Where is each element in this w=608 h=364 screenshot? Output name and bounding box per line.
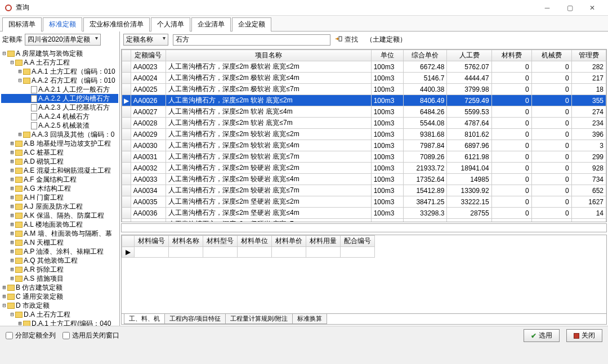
top-tab[interactable]: 企业定额 bbox=[232, 17, 271, 32]
tree-toggle-icon[interactable]: ⊞ bbox=[9, 238, 15, 247]
tree-toggle-icon[interactable]: ⊞ bbox=[9, 220, 15, 229]
table-row[interactable]: AA0036人工凿沟槽石方，深度≤2m 坚硬岩 底宽≤4m100m333298.… bbox=[122, 208, 606, 219]
tree-node[interactable]: ⊞A.M 墙、柱面装饰与隔断、幕 bbox=[1, 229, 118, 238]
top-tab[interactable]: 宏业标准组价清单 bbox=[83, 17, 150, 32]
tree[interactable]: ⊟A 房屋建筑与装饰定额⊟A.A 土石方工程⊞A.A.1 土方工程（编码：010… bbox=[0, 48, 119, 326]
bottom-tab[interactable]: 工程内容/项目特征 bbox=[164, 314, 226, 324]
grid-header[interactable]: 定额编号 bbox=[131, 50, 166, 61]
table-row[interactable]: AA0029人工凿沟槽石方，深度≤2m 较软岩 底宽≤2m100m39381.6… bbox=[122, 129, 606, 140]
tree-node[interactable]: ⊞A.R 拆除工程 bbox=[1, 265, 118, 274]
table-row[interactable]: AA0035人工凿沟槽石方，深度≤2m 坚硬岩 底宽≤2m100m338471.… bbox=[122, 196, 606, 208]
top-tab[interactable]: 个人清单 bbox=[151, 17, 190, 32]
tree-toggle-icon[interactable]: ⊞ bbox=[17, 319, 23, 326]
tree-toggle-icon[interactable]: ⊞ bbox=[9, 193, 15, 202]
bottom-tab[interactable]: 标准换算 bbox=[292, 314, 327, 324]
tree-toggle-icon[interactable]: ⊟ bbox=[17, 76, 23, 85]
table-row[interactable]: AA0023人工凿沟槽石方，深度≤2m 极软岩 底宽≤2m100m36672.4… bbox=[122, 61, 606, 73]
top-tab[interactable]: 国标清单 bbox=[2, 17, 42, 32]
maximize-button[interactable]: ▢ bbox=[558, 1, 581, 15]
table-row[interactable]: AA0028人工凿沟槽石方，深度≤2m 软岩 底宽≤7m100m35544.08… bbox=[122, 118, 606, 129]
tree-node[interactable]: ⊞A.S 措施项目 bbox=[1, 274, 118, 283]
tree-node[interactable]: ⊞A.D 砌筑工程 bbox=[1, 157, 118, 166]
tree-toggle-icon[interactable]: ⊞ bbox=[1, 292, 7, 301]
tree-node[interactable]: A.A.2.1 人工挖一般石方 bbox=[1, 85, 118, 94]
search-button[interactable]: 查找 bbox=[335, 35, 358, 44]
tree-toggle-icon[interactable]: ⊞ bbox=[9, 184, 15, 193]
table-row[interactable]: AA0032人工凿沟槽石方，深度≤2m 较硬岩 底宽≤2m100m321933.… bbox=[122, 163, 606, 174]
grid-header[interactable]: 单位 bbox=[371, 50, 404, 61]
tree-toggle-icon[interactable]: ⊞ bbox=[17, 130, 23, 139]
grid-header[interactable]: 人工费 bbox=[447, 50, 491, 61]
material-grid[interactable]: 材料编号材料名称材料型号材料单位材料单价材料用量配合编号▶ bbox=[122, 235, 375, 258]
tree-toggle-icon[interactable]: ⊞ bbox=[9, 157, 15, 166]
tree-node[interactable]: ⊞A.Q 其他装饰工程 bbox=[1, 256, 118, 265]
mat-header[interactable]: 材料编号 bbox=[135, 236, 169, 247]
grid-header[interactable]: 管理费 bbox=[571, 50, 606, 61]
tree-node[interactable]: ⊞A.J 屋面及防水工程 bbox=[1, 202, 118, 211]
tree-toggle-icon[interactable]: ⊞ bbox=[9, 166, 15, 175]
tree-toggle-icon[interactable]: ⊞ bbox=[9, 202, 15, 211]
lib-combo[interactable]: 四川省2020清单定额 bbox=[25, 34, 101, 46]
table-row[interactable]: ▶AA0026人工凿沟槽石方，深度≤2m 软岩 底宽≤2m100m38406.4… bbox=[122, 95, 606, 106]
grid-hscroll[interactable] bbox=[121, 223, 607, 232]
tree-node[interactable]: ⊞A.B 地基处理与边坡支护工程 bbox=[1, 139, 118, 148]
tree-node[interactable]: ⊟A.A.2 石方工程（编码：010 bbox=[1, 76, 118, 85]
grid-header[interactable]: 机械费 bbox=[531, 50, 571, 61]
tree-toggle-icon[interactable]: ⊟ bbox=[9, 310, 15, 319]
tree-node[interactable]: ⊞A.N 天棚工程 bbox=[1, 238, 118, 247]
bottom-tab[interactable]: 工程量计算规则/附注 bbox=[225, 314, 293, 324]
tree-node[interactable]: ⊟D 市政定额 bbox=[1, 301, 118, 310]
tree-node[interactable]: ⊞B 仿古建筑定额 bbox=[1, 283, 118, 292]
tree-node[interactable]: ⊞A.F 金属结构工程 bbox=[1, 175, 118, 184]
top-tab[interactable]: 企业清单 bbox=[191, 17, 231, 32]
grid-header[interactable]: 材料费 bbox=[491, 50, 531, 61]
tree-node[interactable]: A.A.2.3 人工挖基坑石方 bbox=[1, 103, 118, 112]
tree-node[interactable]: A.A.2.4 机械石方 bbox=[1, 112, 118, 121]
table-row[interactable]: AA0027人工凿沟槽石方，深度≤2m 软岩 底宽≤4m100m36484.26… bbox=[122, 106, 606, 118]
tree-toggle-icon[interactable]: ⊞ bbox=[1, 283, 7, 292]
mat-header[interactable]: 材料单位 bbox=[238, 236, 272, 247]
table-row[interactable]: AA0025人工凿沟槽石方，深度≤2m 极软岩 底宽≤7m100m34400.3… bbox=[122, 84, 606, 95]
tree-node[interactable]: ⊞A.G 木结构工程 bbox=[1, 184, 118, 193]
tree-node[interactable]: ⊞A.A.1 土方工程（编码：010 bbox=[1, 67, 118, 76]
tree-toggle-icon[interactable]: ⊞ bbox=[9, 211, 15, 220]
table-row[interactable]: AA0037人工凿沟槽石方，深度≤2m 坚硬岩 底宽≤7m100m329168.… bbox=[122, 219, 606, 223]
chk-list-all[interactable]: 分部定额全列 bbox=[6, 331, 56, 340]
tree-node[interactable]: A.A.2.2 人工挖沟槽石方 bbox=[1, 94, 118, 103]
tree-toggle-icon[interactable]: ⊟ bbox=[1, 301, 7, 310]
table-row[interactable]: AA0034人工凿沟槽石方，深度≤2m 较硬岩 底宽≤7m100m315412.… bbox=[122, 185, 606, 196]
mat-header[interactable]: 材料名称 bbox=[169, 236, 203, 247]
mat-header[interactable]: 配合编号 bbox=[341, 236, 375, 247]
tree-toggle-icon[interactable]: ⊞ bbox=[9, 265, 15, 274]
tree-node[interactable]: ⊞A.L 楼地面装饰工程 bbox=[1, 220, 118, 229]
select-button[interactable]: ✔选用 bbox=[524, 329, 560, 342]
tree-node[interactable]: ⊞A.C 桩基工程 bbox=[1, 148, 118, 157]
tree-toggle-icon[interactable]: ⊟ bbox=[1, 49, 7, 58]
tree-toggle-icon[interactable]: ⊞ bbox=[9, 247, 15, 256]
table-row[interactable]: AA0030人工凿沟槽石方，深度≤2m 较软岩 底宽≤4m100m37987.8… bbox=[122, 140, 606, 151]
tree-node[interactable]: ⊟D.A 土石方工程 bbox=[1, 310, 118, 319]
tree-toggle-icon[interactable]: ⊞ bbox=[9, 139, 15, 148]
tree-toggle-icon[interactable]: ⊞ bbox=[9, 256, 15, 265]
tree-node[interactable]: ⊞A.H 门窗工程 bbox=[1, 193, 118, 202]
tree-toggle-icon[interactable]: ⊞ bbox=[9, 274, 15, 283]
close-footer-button[interactable]: 关闭 bbox=[566, 329, 602, 342]
tree-node[interactable]: ⊞A.E 混凝土和钢筋混凝土工程 bbox=[1, 166, 118, 175]
minimize-button[interactable]: ─ bbox=[536, 1, 558, 15]
tree-toggle-icon[interactable]: ⊞ bbox=[9, 229, 15, 238]
tree-toggle-icon[interactable]: ⊞ bbox=[9, 175, 15, 184]
close-button[interactable]: ✕ bbox=[581, 1, 603, 15]
tree-node[interactable]: ⊟A.A 土石方工程 bbox=[1, 58, 118, 67]
tree-toggle-icon[interactable]: ⊞ bbox=[17, 67, 23, 76]
name-mode-combo[interactable]: 定额名称 bbox=[123, 34, 168, 46]
table-row[interactable]: AA0024人工凿沟槽石方，深度≤2m 极软岩 底宽≤4m100m35146.7… bbox=[122, 73, 606, 84]
tree-toggle-icon[interactable]: ⊟ bbox=[9, 58, 15, 67]
tree-toggle-icon[interactable]: ⊞ bbox=[9, 148, 15, 157]
tree-node[interactable]: ⊞A.K 保温、隔热、防腐工程 bbox=[1, 211, 118, 220]
main-grid[interactable]: 定额编号项目名称单位综合单价人工费材料费机械费管理费AA0023人工凿沟槽石方，… bbox=[121, 49, 607, 222]
grid-header[interactable]: 综合单价 bbox=[404, 50, 447, 61]
chk-close-after[interactable]: 选用后关闭窗口 bbox=[62, 331, 119, 340]
tree-node[interactable]: ⊞D.A.1 土方工程(编码：040 bbox=[1, 319, 118, 326]
mat-header[interactable]: 材料单价 bbox=[272, 236, 306, 247]
tree-node[interactable]: ⊟A 房屋建筑与装饰定额 bbox=[1, 49, 118, 58]
